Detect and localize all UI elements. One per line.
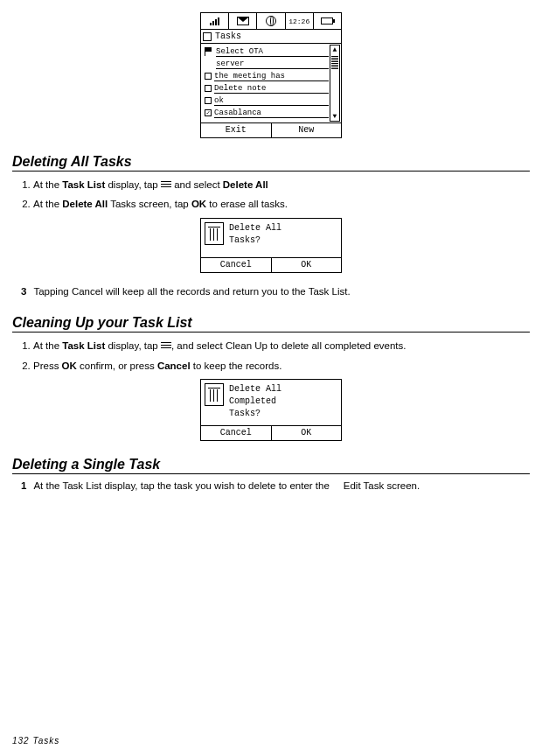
step-text: Edit Task xyxy=(344,480,384,491)
dialog-line: Tasks? xyxy=(229,234,281,247)
checkbox-icon[interactable] xyxy=(205,97,212,104)
step-text: At the xyxy=(33,179,62,190)
step-item: Press OK confirm, or press Cancel to kee… xyxy=(33,358,530,374)
steps-cleaning: At the Task List display, tap , and sele… xyxy=(12,338,530,374)
menu-icon xyxy=(161,342,171,351)
step-text: display, tap the task you wish to delete… xyxy=(101,480,332,491)
scroll-thumb[interactable] xyxy=(331,56,338,69)
dialog-message: Delete All Tasks? xyxy=(229,222,281,247)
mail-icon xyxy=(229,13,257,29)
softkey-left[interactable]: Exit xyxy=(201,123,272,137)
task-text: Delete note xyxy=(214,84,329,94)
step-item: 1At the Task List display, tap the task … xyxy=(33,478,530,494)
task-row[interactable]: the meeting has xyxy=(205,70,329,82)
step-text: Tapping Cancel will keep all the records… xyxy=(33,286,350,297)
task-row[interactable]: server xyxy=(205,58,329,70)
softkey-bar: Exit New xyxy=(201,123,341,137)
step-text: Tasks screen, tap xyxy=(108,199,191,209)
trash-icon xyxy=(205,383,224,406)
step-text: , and select Clean Up to delete all comp… xyxy=(171,340,406,351)
step-text: At the xyxy=(33,340,62,351)
step-text: to keep the records. xyxy=(191,360,282,371)
trash-icon xyxy=(205,222,224,245)
task-row[interactable]: ✓Casablanca xyxy=(205,107,329,119)
step-text: Task List xyxy=(62,480,101,491)
step-number: 1 xyxy=(21,480,26,491)
step-text: At the xyxy=(33,480,62,491)
dialog-line: Completed xyxy=(229,396,281,408)
step-text: Delete All xyxy=(223,179,268,190)
scroll-up-icon[interactable]: ▲ xyxy=(330,46,339,54)
scrollbar[interactable]: ▲ ▼ xyxy=(330,45,340,122)
dialog-line: Delete All xyxy=(229,383,281,396)
task-text: Select OTA xyxy=(216,47,329,57)
network-icon xyxy=(257,13,285,29)
heading-deleting-all: Deleting All Tasks xyxy=(12,154,530,172)
dialog-message: Delete All Completed Tasks? xyxy=(229,383,281,420)
task-row[interactable]: Delete note xyxy=(205,82,329,94)
step-item: 3Tapping Cancel will keep all the record… xyxy=(33,284,530,299)
softkey-right[interactable]: New xyxy=(272,123,342,137)
task-text: server xyxy=(216,60,329,69)
step-text: OK xyxy=(191,199,206,209)
task-list-area: Select OTA server the meeting has Delete… xyxy=(201,44,341,123)
step-text: and select xyxy=(171,179,223,190)
screen-title-row: Tasks xyxy=(201,30,341,44)
task-text: the meeting has xyxy=(214,72,329,81)
step-text: display, tap xyxy=(105,340,161,351)
checkbox-icon[interactable] xyxy=(205,73,212,80)
dialog-line: Delete All xyxy=(229,222,281,234)
signal-icon xyxy=(201,13,229,29)
task-text: Casablanca xyxy=(214,108,329,118)
ok-button[interactable]: OK xyxy=(272,258,342,272)
status-bar: 12:26 xyxy=(201,13,341,30)
cancel-button[interactable]: Cancel xyxy=(201,426,272,440)
menu-icon xyxy=(161,181,171,190)
step-text: screen. xyxy=(384,480,420,491)
step-item: At the Task List display, tap , and sele… xyxy=(33,338,530,354)
task-row[interactable]: ok xyxy=(205,94,329,107)
cancel-button[interactable]: Cancel xyxy=(201,258,272,272)
step-text: Task List xyxy=(62,179,105,190)
step-text: confirm, or press xyxy=(77,360,157,371)
step-text: Press xyxy=(33,360,62,371)
screen-title: Tasks xyxy=(215,32,241,41)
step-text: At the xyxy=(33,199,62,209)
step-text: OK xyxy=(62,360,77,371)
steps-deleting-all: At the Task List display, tap and select… xyxy=(12,177,530,213)
task-row[interactable]: Select OTA xyxy=(205,46,329,58)
scroll-down-icon[interactable]: ▼ xyxy=(330,112,339,121)
checkbox-icon[interactable] xyxy=(205,85,212,92)
ok-button[interactable]: OK xyxy=(272,426,342,440)
dialog-line: Tasks? xyxy=(229,408,281,420)
checkbox-checked-icon[interactable]: ✓ xyxy=(205,109,212,116)
clock-text: 12:26 xyxy=(286,13,314,29)
tasks-screen-mock: 12:26 Tasks Select OTA server the meetin… xyxy=(200,12,342,138)
task-text: ok xyxy=(214,96,329,106)
step-number: 3 xyxy=(21,286,26,297)
step-text: to erase all tasks. xyxy=(206,199,288,209)
battery-icon xyxy=(314,13,341,29)
step-text: display, tap xyxy=(105,179,161,190)
step-text: Cancel xyxy=(157,360,191,371)
step-item: At the Task List display, tap and select… xyxy=(33,177,530,192)
tasks-app-icon xyxy=(203,32,212,41)
heading-cleaning-up: Cleaning Up your Task List xyxy=(12,315,530,332)
step-text: Task List xyxy=(62,340,105,351)
flag-icon xyxy=(205,47,213,56)
page-footer: 132 Tasks xyxy=(12,736,59,746)
delete-completed-dialog: Delete All Completed Tasks? Cancel OK xyxy=(200,379,342,441)
heading-deleting-single: Deleting a Single Task xyxy=(12,457,530,474)
step-text: Delete All xyxy=(62,199,108,209)
step-item: At the Delete All Tasks screen, tap OK t… xyxy=(33,196,530,212)
delete-all-dialog: Delete All Tasks? Cancel OK xyxy=(200,218,342,273)
